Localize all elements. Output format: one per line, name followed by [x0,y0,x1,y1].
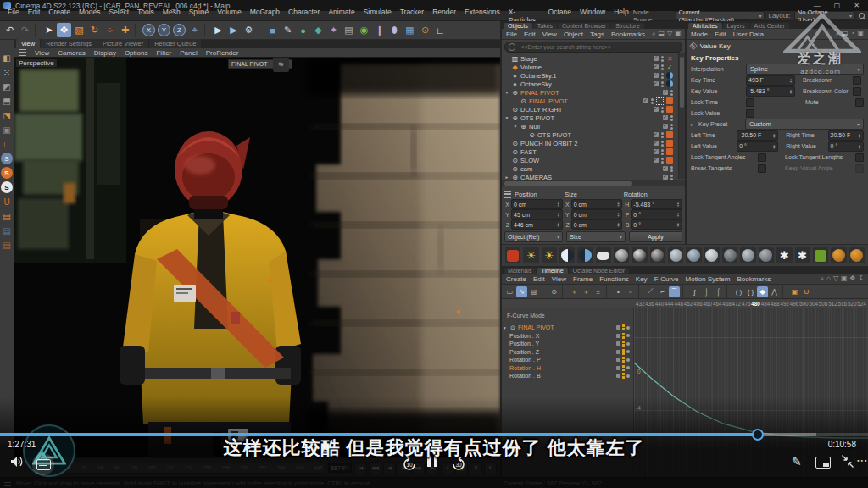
redo-icon[interactable]: ↷ [18,23,32,37]
material-sphere-4[interactable] [722,247,737,263]
track-row-position-z[interactable]: Position . Z [502,348,633,357]
visibility-dots[interactable] [670,90,673,96]
search-input[interactable] [519,43,678,51]
key-time-field[interactable]: 493 F▲▼ [746,75,795,86]
undo-icon[interactable]: ↶ [3,23,17,37]
apply-button[interactable]: Apply [629,231,682,242]
material-sphere-2[interactable] [686,247,701,263]
material-orange-1[interactable] [831,247,846,263]
menu-viewport-filter[interactable]: Filter [156,49,171,57]
visibility-dots[interactable] [661,73,664,79]
y-axis-lock[interactable]: Y [158,24,170,36]
material-star-1[interactable]: ✱ [776,247,792,263]
camera-tool[interactable]: ⊙ [418,23,432,37]
track-row-position-y[interactable]: Position . Y [502,340,633,348]
coordinate-field[interactable]: 0 °▲▼ [631,219,682,230]
search-icon[interactable]: ⌕ [652,30,655,38]
material-orange-2[interactable] [849,247,865,263]
material-sun-2[interactable]: ☀ [542,247,557,263]
break-tangent-icon[interactable]: ⋀ [769,286,780,297]
x-axis-lock[interactable]: X [142,24,155,36]
fcurve-mode-icon[interactable]: ∿ [516,286,527,297]
new-panel-icon[interactable]: ▣ [675,30,682,38]
tab-timeline-octane-node-editor[interactable]: Octane Node Editor [569,268,629,274]
workplane-snap-icon[interactable]: ▤ [1,225,13,236]
menu-objects-object[interactable]: Object [564,30,583,38]
menu-viewport-panel[interactable]: Panel [180,49,197,57]
scale-tool[interactable]: ▧ [72,23,86,37]
tab-objects-content-browser[interactable]: Content Browser [558,23,610,29]
key-mode-icon[interactable]: ▭ [504,286,515,297]
menu-timeline-bookmarks[interactable]: Bookmarks [737,275,771,283]
generator-tool[interactable]: ✦ [326,23,341,37]
ease-in-icon[interactable]: ⌡ [701,286,712,297]
tab-viewport-render-queue[interactable]: Render Queue [149,39,201,48]
material-sphere-6[interactable] [759,247,774,263]
workplane-icon[interactable]: ▤ [1,210,13,222]
object-row-null[interactable]: ▾⊕Null [502,122,685,130]
object-row-ots-pivot[interactable]: ⊙OTS PIVOT [502,130,685,139]
material-octane[interactable] [813,247,828,263]
render-view-button[interactable]: ▶ [211,23,225,37]
orange-tag-icon[interactable] [666,148,673,155]
tab-attributes-layers[interactable]: Layers [723,23,749,29]
material-target[interactable] [614,247,629,263]
tab-viewport-view[interactable]: View [16,39,40,48]
track-checkbox[interactable] [616,334,620,338]
selection-tag-icon[interactable] [656,97,664,105]
horizontal-scrollbar[interactable] [502,180,685,186]
track-state-dot[interactable] [626,326,630,330]
new-panel-icon[interactable]: ▣ [841,274,848,283]
weighted-tangent-icon[interactable]: ◆ [757,286,768,297]
move-tool[interactable]: ✥ [57,23,71,37]
right-value-field[interactable]: 0 °▲▼ [828,141,864,152]
z-axis-lock[interactable]: Z [173,24,186,36]
check-tag-icon[interactable]: ✓ [666,64,673,70]
spinner-icon[interactable]: ▲▼ [676,212,680,217]
enable-checkbox[interactable] [654,81,659,86]
material-star-2[interactable]: ✱ [795,247,810,263]
step-tangent-icon[interactable]: ⌐ [657,286,668,297]
coordinate-field[interactable]: 0 °▲▼ [631,209,682,219]
spinner-icon[interactable]: ▲▼ [616,212,620,217]
material-sun-1[interactable]: ☀ [523,247,538,263]
enable-checkbox[interactable] [654,149,659,154]
spline-tangent-icon[interactable]: ⌒ [669,286,680,297]
menu-timeline-create[interactable]: Create [506,275,526,283]
viewport-canvas[interactable]: Perspective FINAL PIVOT ⇆ [14,58,500,458]
visibility-dots[interactable] [661,141,664,147]
visibility-dots[interactable] [670,166,673,172]
track-checkbox[interactable] [616,366,620,370]
enable-checkbox[interactable] [663,90,668,95]
coordinate-field[interactable]: 446 cm▲▼ [511,219,563,230]
last-used-tool[interactable]: ⁘ [103,23,117,37]
menu-attributes-edit[interactable]: Edit [715,30,726,38]
primitive-cube-tool[interactable]: ■ [265,23,280,37]
menu-timeline-motion-system[interactable]: Motion System [686,275,731,283]
axis-workplane-tool[interactable]: ∟ [433,23,448,37]
viewport-projection-label[interactable]: Perspective [16,59,57,67]
timeline-ruler[interactable]: 4324364404444484524564604644684724764804… [502,299,868,308]
track-checkbox[interactable] [616,350,620,354]
tab-objects-takes[interactable]: Takes [533,23,557,29]
cloth-grid-tool[interactable]: ▦ [403,23,417,37]
material-sphere-1[interactable] [668,247,683,263]
coordinate-field[interactable]: 45 cm▲▼ [511,209,563,219]
tab-attributes-attributes[interactable]: Attributes [688,23,722,29]
visibility-dots[interactable] [661,107,664,113]
track-state-dot[interactable] [626,358,630,362]
add-key-all-icon[interactable]: ＋ [581,286,592,297]
vertical-scrollbar[interactable] [678,53,685,179]
mute-checkbox[interactable] [855,98,864,107]
coordinate-field[interactable]: 0 cm▲▼ [571,199,623,209]
breakdown-color-checkbox[interactable] [853,87,861,96]
object-row-stage[interactable]: ▥Stage✕ [502,54,685,63]
menu-timeline-functions[interactable]: Functions [599,275,629,283]
pen-spline-tool[interactable]: ✎ [281,23,295,37]
menu-timeline-frame[interactable]: Frame [573,275,593,283]
menu-viewport-options[interactable]: Options [125,49,148,57]
enable-checkbox[interactable] [654,64,659,69]
snap-3d-icon[interactable]: S [1,167,13,179]
tab-objects-structure[interactable]: Structure [611,23,643,29]
menu-attributes-user-data[interactable]: User Data [733,30,764,38]
